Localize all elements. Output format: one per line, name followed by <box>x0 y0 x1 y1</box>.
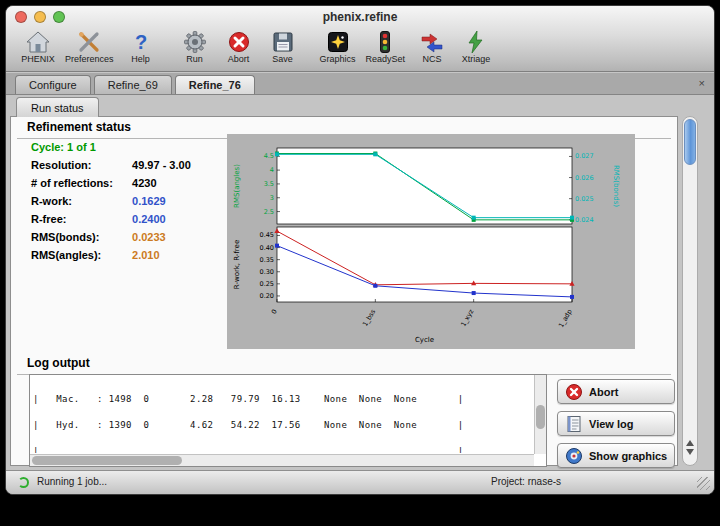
view-log-button[interactable]: View log <box>557 411 675 436</box>
tab-label: Configure <box>29 79 77 91</box>
svg-text:1_adp: 1_adp <box>557 308 574 329</box>
subtab-label: Run status <box>31 102 84 114</box>
toolbar-button-graphics[interactable]: Graphics <box>315 29 361 64</box>
show-graphics-icon <box>565 447 583 465</box>
toolbar-label: PHENIX <box>21 54 55 64</box>
log-output-box[interactable]: | Mac. : 1498 0 2.28 79.79 16.13 None No… <box>29 374 547 467</box>
toolbar-button-ncs[interactable]: NCS <box>410 29 454 64</box>
titlebar[interactable]: phenix.refine <box>6 6 714 28</box>
ncs-icon <box>419 29 445 55</box>
phenix-home-icon <box>25 29 51 55</box>
svg-text:1_bss: 1_bss <box>361 307 377 327</box>
svg-text:Cycle: Cycle <box>415 336 434 344</box>
progress-spinner-icon <box>18 477 29 488</box>
toolbar-label: ReadySet <box>366 54 406 64</box>
svg-text:0.45: 0.45 <box>260 231 274 239</box>
svg-text:0.025: 0.025 <box>575 195 594 203</box>
preferences-tools-icon <box>76 29 102 55</box>
toolbar-button-run[interactable]: Run <box>173 29 217 64</box>
svg-text:0.40: 0.40 <box>260 244 274 252</box>
tab-refine-76[interactable]: Refine_76 <box>175 75 255 94</box>
svg-text:3.5: 3.5 <box>264 180 274 188</box>
toolbar-button-phenix[interactable]: PHENIX <box>16 29 60 64</box>
svg-text:2.5: 2.5 <box>264 208 274 216</box>
abort-button-label: Abort <box>589 386 618 398</box>
run-status-page: Run status Refinement status Cycle: 1 of… <box>6 95 714 470</box>
toolbar-label: Preferences <box>65 54 114 64</box>
resize-grip[interactable] <box>697 477 710 490</box>
phenix-refine-window: phenix.refine PHENIX Preferences <box>5 5 715 495</box>
show-graphics-button-label: Show graphics <box>589 450 667 462</box>
reflections-stat: # of reflections: 4230 <box>31 177 157 189</box>
tab-refine-69[interactable]: Refine_69 <box>94 75 172 94</box>
resolution-stat: Resolution: 49.97 - 3.00 <box>31 159 191 171</box>
subtab-run-status[interactable]: Run status <box>16 97 99 117</box>
tab-bar: Configure Refine_69 Refine_76 × <box>6 73 714 95</box>
log-vscroll-thumb[interactable] <box>536 405 545 429</box>
toolbar-label: Help <box>131 54 150 64</box>
abort-x-icon <box>565 383 583 401</box>
content-panel: Refinement status Cycle: 1 of 1 Resoluti… <box>10 116 678 466</box>
close-button[interactable] <box>15 11 27 23</box>
svg-text:1_xyz: 1_xyz <box>459 307 475 328</box>
save-icon <box>270 29 296 55</box>
toolbar-label: Run <box>186 54 203 64</box>
run-gear-icon <box>182 29 208 55</box>
toolbar-button-preferences[interactable]: Preferences <box>60 29 119 64</box>
svg-text:0.25: 0.25 <box>260 280 274 288</box>
toolbar-button-help[interactable]: ? Help <box>119 29 163 64</box>
abort-icon <box>226 29 252 55</box>
window-title: phenix.refine <box>6 6 714 28</box>
zoom-button[interactable] <box>53 11 65 23</box>
log-text: | Mac. : 1498 0 2.28 79.79 16.13 None No… <box>33 377 532 453</box>
svg-text:0.026: 0.026 <box>575 174 594 182</box>
svg-text:0.30: 0.30 <box>260 268 274 276</box>
readyset-traffic-light-icon <box>372 29 398 55</box>
svg-text:RMS(bonds): RMS(bonds) <box>612 165 620 207</box>
svg-text:R-work, R-free: R-work, R-free <box>233 240 241 289</box>
window-chrome: phenix.refine PHENIX Preferences <box>6 6 714 72</box>
status-message: Running 1 job... <box>37 476 107 487</box>
refinement-progress-chart: 2.533.544.5RMS(angles)0.0240.0250.0260.0… <box>227 134 635 349</box>
cycle-stat: Cycle: 1 of 1 <box>31 141 96 153</box>
xtriage-icon <box>463 29 489 55</box>
view-log-button-label: View log <box>589 418 633 430</box>
graphics-icon <box>325 29 351 55</box>
svg-text:0.20: 0.20 <box>260 292 274 300</box>
toolbar: PHENIX Preferences ? Help <box>6 28 714 72</box>
main-scrollbar[interactable] <box>682 116 698 466</box>
abort-button[interactable]: Abort <box>557 379 675 404</box>
toolbar-button-xtriage[interactable]: Xtriage <box>454 29 498 64</box>
r-work-stat: R-work: 0.1629 <box>31 195 166 207</box>
scroll-up-arrow-icon[interactable] <box>686 440 694 446</box>
main-scrollbar-thumb[interactable] <box>684 119 696 165</box>
project-label: Project: rnase-s <box>491 476 561 487</box>
tab-label: Refine_69 <box>108 79 158 91</box>
tab-configure[interactable]: Configure <box>15 75 91 94</box>
close-tab-icon[interactable]: × <box>699 77 705 89</box>
log-vertical-scrollbar[interactable] <box>534 375 546 454</box>
toolbar-label: NCS <box>423 54 442 64</box>
svg-text:0.35: 0.35 <box>260 256 274 264</box>
rms-bonds-stat: RMS(bonds): 0.0233 <box>31 231 166 243</box>
minimize-button[interactable] <box>34 11 46 23</box>
svg-text:0.027: 0.027 <box>575 152 594 160</box>
toolbar-label: Graphics <box>320 54 356 64</box>
document-icon <box>565 415 583 433</box>
svg-text:?: ? <box>134 31 146 53</box>
log-hscroll-thumb[interactable] <box>32 456 182 465</box>
svg-text:0.024: 0.024 <box>575 216 594 224</box>
toolbar-label: Xtriage <box>462 54 491 64</box>
scroll-down-arrow-icon[interactable] <box>686 449 694 455</box>
tab-label: Refine_76 <box>189 79 241 91</box>
show-graphics-button[interactable]: Show graphics <box>557 443 675 468</box>
toolbar-label: Abort <box>228 54 250 64</box>
r-free-stat: R-free: 0.2400 <box>31 213 166 225</box>
toolbar-button-readyset[interactable]: ReadySet <box>361 29 411 64</box>
help-icon: ? <box>128 29 154 55</box>
toolbar-button-save[interactable]: Save <box>261 29 305 64</box>
log-horizontal-scrollbar[interactable] <box>30 454 534 466</box>
svg-text:3: 3 <box>270 194 274 202</box>
svg-text:RMS(angles): RMS(angles) <box>233 164 241 208</box>
toolbar-button-abort[interactable]: Abort <box>217 29 261 64</box>
